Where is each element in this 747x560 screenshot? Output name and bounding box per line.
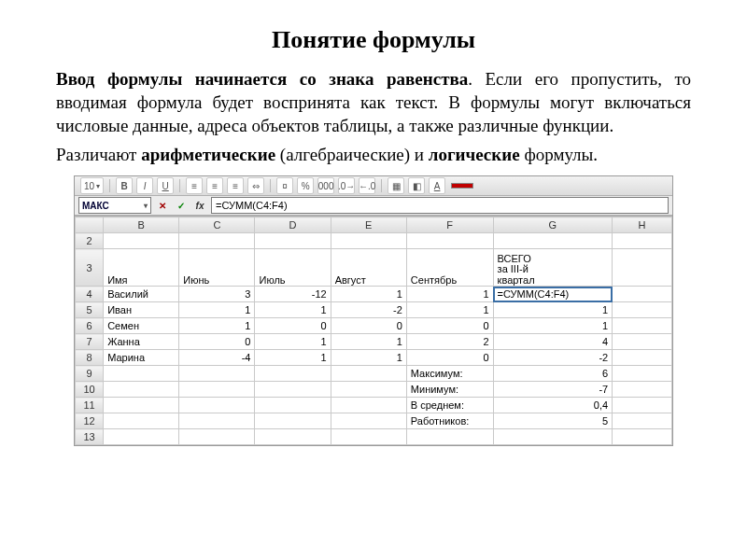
row-header[interactable]: 4 — [76, 287, 104, 302]
fill-color-button[interactable]: ◧ — [408, 177, 425, 194]
cell[interactable]: Июль — [255, 249, 331, 287]
cell[interactable]: 1 — [255, 302, 331, 318]
underline-button[interactable]: U — [157, 177, 174, 194]
borders-button[interactable]: ▦ — [388, 177, 404, 194]
cell[interactable]: -2 — [493, 350, 613, 366]
toolbar-separator — [381, 179, 382, 192]
cell[interactable]: -7 — [493, 382, 613, 398]
row-header[interactable]: 8 — [76, 350, 104, 366]
table-row: 3 Имя Июнь Июль Август Сентябрь ВСЕГО за… — [76, 249, 672, 287]
cell[interactable]: 1 — [255, 350, 331, 366]
cell[interactable]: 5 — [493, 413, 613, 429]
col-header-D[interactable]: D — [255, 217, 331, 233]
cell[interactable]: 0 — [406, 350, 493, 366]
cell[interactable]: 1 — [493, 318, 613, 334]
cell[interactable]: 1 — [406, 287, 493, 302]
cell[interactable]: 2 — [406, 334, 493, 350]
row-header[interactable]: 12 — [76, 413, 104, 429]
cell[interactable]: 3 — [179, 287, 255, 302]
page-title: Понятие формулы — [56, 26, 691, 54]
row-header[interactable]: 5 — [76, 302, 104, 318]
spreadsheet-screenshot: 10 ▾ B I U ≡ ≡ ≡ ⇔ ¤ % 000 .0→ ←.0 ▦ ◧ A — [74, 175, 673, 446]
cell[interactable]: 1 — [331, 334, 406, 350]
row-header[interactable]: 10 — [76, 382, 104, 398]
cell[interactable]: 0,4 — [493, 398, 613, 413]
cell[interactable]: Минимум: — [406, 382, 493, 398]
decrease-decimal-button[interactable]: ←.0 — [359, 177, 375, 194]
col-header-F[interactable]: F — [406, 217, 493, 233]
column-header-row: B C D E F G H — [76, 217, 672, 233]
cell[interactable]: 6 — [493, 366, 613, 382]
table-row: 4 Василий 3 -12 1 1 =СУММ(C4:F4) — [76, 287, 672, 302]
active-cell[interactable]: =СУММ(C4:F4) — [493, 287, 613, 302]
cell[interactable]: 0 — [331, 318, 406, 334]
cell[interactable]: Июнь — [179, 249, 255, 287]
row-header[interactable]: 3 — [76, 249, 104, 287]
cell[interactable]: Василий — [104, 287, 179, 302]
cell[interactable]: Работников: — [406, 413, 493, 429]
formula-input[interactable]: =СУММ(C4:F4) — [211, 197, 669, 214]
col-header-G[interactable]: G — [493, 217, 613, 233]
row-header[interactable]: 13 — [76, 429, 104, 445]
cell[interactable]: Имя — [104, 249, 179, 287]
row-header[interactable]: 7 — [76, 334, 104, 350]
select-all-corner[interactable] — [76, 217, 104, 233]
row-header[interactable]: 2 — [76, 233, 104, 249]
cell[interactable]: -2 — [331, 302, 406, 318]
cell[interactable]: 1 — [493, 302, 613, 318]
cell[interactable]: Иван — [104, 302, 179, 318]
table-row: 5 Иван 1 1 -2 1 1 — [76, 302, 672, 318]
cell[interactable]: Жанна — [104, 334, 179, 350]
cell[interactable]: 1 — [406, 302, 493, 318]
cell[interactable]: 4 — [493, 334, 613, 350]
col-header-E[interactable]: E — [331, 217, 406, 233]
align-right-button[interactable]: ≡ — [227, 177, 244, 194]
fx-icon[interactable]: fx — [192, 198, 207, 213]
row-header[interactable]: 11 — [76, 398, 104, 413]
cancel-button[interactable]: ✕ — [155, 198, 170, 213]
cell[interactable]: Марина — [104, 350, 179, 366]
bold-button[interactable]: B — [116, 177, 133, 194]
cell[interactable]: 1 — [255, 334, 331, 350]
col-header-C[interactable]: C — [179, 217, 255, 233]
cell[interactable]: 0 — [255, 318, 331, 334]
color-strip — [451, 183, 473, 189]
table-row: 9 Максимум: 6 — [76, 366, 672, 382]
cell[interactable]: 1 — [331, 287, 406, 302]
align-left-button[interactable]: ≡ — [186, 177, 203, 194]
cell[interactable]: 1 — [179, 302, 255, 318]
cell[interactable]: Максимум: — [406, 366, 493, 382]
thousands-button[interactable]: 000 — [317, 177, 334, 194]
cell[interactable]: Семен — [104, 318, 179, 334]
merge-button[interactable]: ⇔ — [247, 177, 264, 194]
cell[interactable]: ВСЕГО за III-й квартал — [493, 249, 613, 287]
cell-text: ВСЕГО — [498, 253, 531, 264]
cell-text: за III-й — [498, 263, 529, 274]
cell[interactable]: 0 — [406, 318, 493, 334]
cell[interactable]: 1 — [331, 350, 406, 366]
increase-decimal-button[interactable]: .0→ — [338, 177, 355, 194]
percent-button[interactable]: % — [297, 177, 314, 194]
col-header-B[interactable]: B — [104, 217, 179, 233]
row-header[interactable]: 6 — [76, 318, 104, 334]
cell[interactable]: Сентябрь — [406, 249, 493, 287]
font-size-selector[interactable]: 10 ▾ — [80, 177, 104, 194]
font-color-button[interactable]: A — [429, 177, 445, 194]
cell[interactable]: Август — [331, 249, 406, 287]
name-box[interactable]: МАКС ▾ — [78, 197, 151, 214]
accept-button[interactable]: ✓ — [174, 198, 189, 213]
spreadsheet-grid: B C D E F G H 2 3 Имя Июнь — [75, 216, 672, 445]
row-header[interactable]: 9 — [76, 366, 104, 382]
currency-button[interactable]: ¤ — [276, 177, 293, 194]
cell[interactable]: 1 — [179, 318, 255, 334]
chevron-down-icon: ▾ — [144, 202, 148, 210]
cell-text: квартал — [498, 274, 535, 286]
cell[interactable]: 0 — [179, 334, 255, 350]
chevron-down-icon: ▾ — [96, 182, 100, 190]
align-center-button[interactable]: ≡ — [206, 177, 223, 194]
col-header-H[interactable]: H — [613, 217, 672, 233]
italic-button[interactable]: I — [136, 177, 153, 194]
cell[interactable]: -4 — [179, 350, 255, 366]
cell[interactable]: -12 — [255, 287, 331, 302]
cell[interactable]: В среднем: — [406, 398, 493, 413]
